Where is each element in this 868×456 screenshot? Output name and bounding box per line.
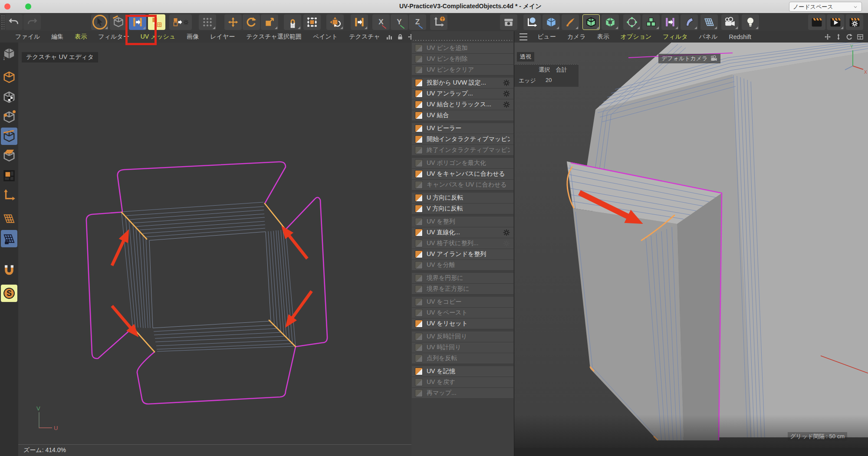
rectangle-selection-button[interactable] bbox=[303, 14, 321, 30]
gear-icon[interactable] bbox=[503, 229, 510, 236]
toolbar-drag-handle[interactable] bbox=[1, 15, 4, 30]
menu-viewport-options[interactable]: オプション bbox=[615, 33, 658, 41]
start-interactive-mapping[interactable]: 開始インタラクティブマッピング bbox=[412, 134, 513, 145]
uv-weld[interactable]: UV 結合 bbox=[412, 110, 513, 121]
remap-uv[interactable]: 再マップ... bbox=[412, 388, 513, 399]
menu-file[interactable]: ファイル bbox=[10, 33, 46, 41]
point-mode-button[interactable] bbox=[1, 108, 17, 126]
lock-icon[interactable] bbox=[397, 33, 404, 40]
align-uv-islands[interactable]: UV アイランドを整列 bbox=[412, 249, 513, 260]
redo-button[interactable] bbox=[23, 14, 41, 30]
gear-icon[interactable] bbox=[503, 90, 510, 97]
uv-add-pin[interactable]: UV ピンを追加 bbox=[412, 43, 513, 54]
flip-v[interactable]: V 方向に反転 bbox=[412, 203, 513, 214]
menu-viewport-display[interactable]: 表示 bbox=[592, 33, 615, 41]
reverse-point-order[interactable]: 点列を反転 bbox=[412, 353, 513, 364]
subdivision-surface-button[interactable] bbox=[582, 14, 600, 30]
texture-mode-button[interactable] bbox=[1, 89, 17, 106]
pen-tool-button[interactable] bbox=[562, 14, 579, 30]
menu-layer[interactable]: レイヤー bbox=[204, 33, 240, 41]
box-tool-button[interactable] bbox=[110, 14, 127, 30]
rotate-uv-cw[interactable]: UV 時計回り bbox=[412, 342, 513, 353]
menu-paint[interactable]: ペイント bbox=[307, 33, 343, 41]
toggle-layout-icon[interactable] bbox=[857, 33, 864, 40]
panel-drag-handle[interactable] bbox=[413, 39, 512, 42]
render-to-picture-viewer-button[interactable] bbox=[827, 14, 844, 30]
uv-peeler[interactable]: UV ピーラー bbox=[412, 123, 513, 134]
snap-grid-settings-button[interactable] bbox=[199, 14, 216, 30]
texture-uv-editor-canvas[interactable]: V U テクスチャ UV エディタ bbox=[18, 43, 412, 444]
menu-viewport-filter[interactable]: フィルタ bbox=[657, 33, 693, 41]
z-axis-lock-button[interactable]: Z bbox=[409, 14, 426, 30]
snap-magnet-button[interactable] bbox=[1, 260, 17, 278]
menu-edit[interactable]: 編集 bbox=[46, 33, 69, 41]
boundary-to-square[interactable]: 境界を正方形に bbox=[412, 284, 513, 295]
bend-deformer-button[interactable] bbox=[681, 14, 698, 30]
edge-mode-button[interactable] bbox=[1, 128, 17, 145]
exchange-uv-button[interactable] bbox=[169, 14, 192, 30]
workspace-selector[interactable]: ノードスペース bbox=[789, 2, 862, 12]
boundary-to-circle[interactable]: 境界を円形に bbox=[412, 273, 513, 284]
render-view-button[interactable] bbox=[808, 14, 825, 30]
menu-texture[interactable]: テクスチャ bbox=[343, 33, 386, 41]
fit-uv-to-canvas[interactable]: UV をキャンバスに合わせる bbox=[412, 169, 513, 180]
uv-mesh-grid-button[interactable] bbox=[1, 210, 17, 227]
content-browser-button[interactable] bbox=[500, 14, 517, 30]
coordinate-system-button[interactable] bbox=[430, 14, 447, 30]
spline-tool-button[interactable] bbox=[523, 14, 541, 30]
histogram-icon[interactable] bbox=[386, 33, 393, 40]
menu-image[interactable]: 画像 bbox=[181, 33, 204, 41]
align-uv-to-grid[interactable]: UV 格子状に整列... bbox=[412, 238, 513, 249]
uvw-from-projection[interactable]: 投影から UVW 設定... bbox=[412, 78, 513, 89]
uv-mirror-tool-button[interactable] bbox=[351, 14, 368, 30]
menu-viewport-view[interactable]: ビュー bbox=[532, 33, 562, 41]
uv-clear-pins[interactable]: UV ピンをクリア bbox=[412, 65, 513, 75]
axis-rotate-tool-button[interactable] bbox=[326, 14, 344, 30]
x-axis-lock-button[interactable]: X bbox=[372, 14, 390, 30]
axis-mode-button[interactable] bbox=[1, 187, 17, 204]
gear-icon[interactable] bbox=[503, 79, 510, 86]
flip-u[interactable]: U 方向に反転 bbox=[412, 193, 513, 203]
copy-uv[interactable]: UV をコピー bbox=[412, 297, 513, 308]
zoom-view-icon[interactable] bbox=[835, 33, 842, 40]
make-editable-button[interactable]: ↓ bbox=[1, 45, 17, 62]
y-axis-lock-button[interactable]: Y bbox=[391, 14, 408, 30]
store-uv[interactable]: UV を記憶 bbox=[412, 366, 513, 377]
cube-primitive-button[interactable] bbox=[542, 14, 560, 30]
rotate-tool-button[interactable] bbox=[243, 14, 260, 30]
maximize-uv-polygon[interactable]: UV ポリゴンを最大化 bbox=[412, 158, 513, 169]
uv-lock-grid-button[interactable] bbox=[1, 230, 17, 247]
rotate-view-icon[interactable] bbox=[846, 33, 853, 40]
uv-unwrap[interactable]: UV アンラップ... bbox=[412, 89, 513, 99]
align-uv[interactable]: UV を整列 bbox=[412, 217, 513, 227]
ffd-deformer-button[interactable] bbox=[623, 14, 641, 30]
perspective-viewport[interactable]: Y X 透視 選択 合計 エッジ 20 デフォルトカメラ グリッド間隔 : 50… bbox=[514, 43, 868, 448]
extrude-object-button[interactable] bbox=[602, 14, 619, 30]
close-window-button[interactable] bbox=[4, 3, 10, 10]
gear-icon[interactable] bbox=[503, 101, 510, 108]
menu-view[interactable]: 表示 bbox=[69, 33, 92, 41]
menu-viewport-redshift[interactable]: Redshift bbox=[723, 33, 757, 40]
reset-uv[interactable]: UV をリセット bbox=[412, 318, 513, 329]
rotate-uv-ccw[interactable]: UV 反時計回り bbox=[412, 331, 513, 342]
paste-uv[interactable]: UV をペースト bbox=[412, 308, 513, 318]
move-tool-button[interactable] bbox=[224, 14, 242, 30]
symmetry-generator-button[interactable] bbox=[661, 14, 679, 30]
scale-tool-button[interactable] bbox=[261, 14, 278, 30]
snap-settings-button[interactable]: S bbox=[1, 285, 17, 302]
menu-texture-selection[interactable]: テクスチャ選択範囲 bbox=[240, 33, 307, 41]
straighten-uv[interactable]: UV 直線化... bbox=[412, 227, 513, 238]
separate-uv[interactable]: UV を分離 bbox=[412, 260, 513, 271]
live-selection-tool-button[interactable] bbox=[91, 14, 108, 30]
uv-remove-pin[interactable]: UV ピンを削除 bbox=[412, 54, 513, 65]
camera-object-button[interactable] bbox=[721, 14, 739, 30]
pin-checker-tool-button[interactable] bbox=[284, 14, 301, 30]
restore-uv[interactable]: UV を戻す bbox=[412, 377, 513, 388]
menu-viewport-panel[interactable]: パネル bbox=[694, 33, 723, 41]
camera-badge[interactable]: デフォルトカメラ bbox=[658, 54, 720, 63]
fit-canvas-to-uv[interactable]: キャンバスを UV に合わせる bbox=[412, 180, 513, 190]
zoom-window-button[interactable] bbox=[25, 3, 31, 10]
menu-hamburger-icon[interactable] bbox=[519, 33, 527, 40]
uv-polygon-mode-button[interactable] bbox=[1, 167, 17, 184]
menu-viewport-camera[interactable]: カメラ bbox=[562, 33, 592, 41]
